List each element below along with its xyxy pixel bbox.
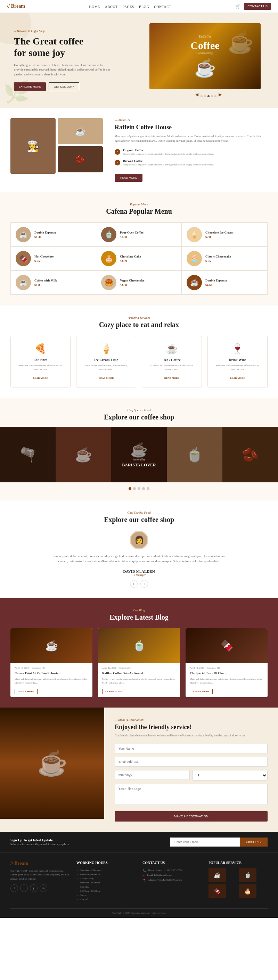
footer-twitter[interactable]: t	[20, 885, 28, 892]
gallery-overlay-label: love coffee	[133, 458, 145, 461]
carousel-dot-4[interactable]	[211, 95, 213, 97]
gallery-strip: 🫗 ☕ ☕ love coffee BARISTA LOVER 🍵 🫘	[0, 427, 278, 482]
menu-item[interactable]: 🧁 Classic Cheesecake $3.55	[182, 247, 267, 271]
gallery-item-1[interactable]: 🫗	[0, 427, 56, 482]
menu-item[interactable]: 🍵 Pour Over Coffee $1.80	[96, 223, 182, 247]
message-group	[115, 784, 268, 806]
service-pizza-name: Eat Pizza	[16, 358, 65, 362]
menu-item-price: $3.98	[120, 283, 144, 287]
social-facebook[interactable]: f	[130, 580, 138, 588]
footer: // Bream Copyright © 2024 Company name. …	[0, 852, 278, 918]
hero-coffee-image: TasCoffee Coffee Good morning! ☕	[149, 23, 261, 89]
carousel-dot-5[interactable]	[214, 95, 216, 97]
cart-icon[interactable]: 🛒	[235, 4, 240, 9]
coffee-title: Coffee	[191, 40, 219, 51]
blog-post-title-2: Rafflan Coffee Gets An Award...	[102, 671, 176, 676]
footer-hours-list: Saturday — Thursday 08:00am – 08:00pm Fr…	[76, 868, 135, 902]
gallery-item-4[interactable]: 🍵	[167, 427, 222, 482]
nav-contact[interactable]: CONTACT	[154, 5, 171, 9]
footer-facebook[interactable]: f	[10, 885, 18, 892]
footer-youtube[interactable]: y	[30, 885, 38, 892]
social-twitter[interactable]: t	[140, 580, 148, 588]
about-image-bottom: 🫘	[58, 146, 103, 172]
footer-contact-title: Contact Us	[143, 861, 202, 865]
blog-post-title-1: Curaes Frint At Rafflan Robusta...	[14, 671, 88, 676]
menu-item[interactable]: 🎂 Chocolate Cake $3.09	[96, 247, 182, 271]
service-wine-link[interactable]: READ MORE	[230, 377, 245, 380]
blog-date-1: April 15, 2020	[14, 667, 29, 669]
carousel-dot-1[interactable]	[200, 95, 203, 97]
gallery-dots	[0, 487, 278, 490]
message-textarea[interactable]	[115, 784, 268, 805]
gallery-dot-1[interactable]	[129, 487, 131, 490]
menu-item-image: ☕	[16, 227, 31, 242]
newsletter-input[interactable]	[170, 837, 240, 846]
about-read-more[interactable]: READ MORE	[115, 174, 143, 182]
carousel-prev[interactable]: ◀	[195, 92, 199, 97]
footer-linkedin[interactable]: in	[40, 885, 47, 892]
blog-date-3: April 12, 2020	[190, 667, 204, 669]
guests-select[interactable]: 1 2 3 4 5+	[192, 770, 268, 781]
brand-logo[interactable]: // Bream	[7, 3, 25, 9]
about-images: 👩‍🍳 ☕ 🫘	[10, 118, 108, 174]
hero-welcome: — Welcome To Coffee Shop	[14, 30, 149, 33]
blog-learn-more-2[interactable]: LEARN MORE	[102, 689, 125, 694]
menu-item-name: Chocolate Cake	[120, 255, 141, 258]
menu-item[interactable]: ☕ Double Espresso $1.30	[11, 223, 96, 247]
service-coffee-link[interactable]: READ MORE	[164, 377, 179, 380]
email-group	[115, 757, 268, 767]
menu-item[interactable]: 🥮 Vegan Cheesecake $3.98	[96, 271, 182, 295]
explore-button[interactable]: EXPLORE MORE	[14, 82, 46, 91]
carousel-dot-3[interactable]	[208, 95, 210, 97]
reservation-coffee-photo: ☕	[0, 708, 104, 819]
testimonial-social: f t	[10, 580, 268, 588]
menu-item[interactable]: ☕ Double Espresso $4.68	[182, 271, 267, 295]
hero-left: — Welcome To Coffee Shop The Great coffe…	[14, 30, 149, 91]
reservation-submit[interactable]: Make a Reservation	[115, 811, 268, 821]
blog-comment-3: Comment (1)	[207, 667, 220, 669]
menu-item[interactable]: ☕ Coffee with Milk $1.85	[11, 271, 96, 295]
name-input[interactable]	[115, 744, 268, 753]
carousel-next[interactable]: ▶	[219, 92, 222, 97]
menu-item-image: ☕	[187, 275, 202, 290]
menu-item[interactable]: 🍫 Hot Chocolate $3.55	[11, 247, 96, 271]
nav-blog[interactable]: BLOG	[139, 5, 149, 9]
delivery-button[interactable]: GET DELIVERY	[49, 82, 79, 91]
menu-item-name: Vegan Cheesecake	[120, 279, 144, 282]
email-input[interactable]	[115, 757, 268, 767]
gallery-item-3[interactable]: ☕ love coffee BARISTA LOVER	[111, 427, 167, 482]
newsletter-title: Sign Up To get latest Update	[10, 838, 69, 842]
gallery-dot-5[interactable]	[147, 487, 149, 490]
menu-item[interactable]: 🍦 Chocolate Ice Cream $2.85	[182, 223, 267, 247]
gallery-dot-3[interactable]	[138, 487, 140, 490]
contact-button[interactable]: CONTACT US	[244, 3, 271, 10]
blog-icon-1: ☕	[45, 640, 58, 652]
nav-pages[interactable]: PAGES	[123, 5, 134, 9]
gallery-dot-4[interactable]	[142, 487, 145, 490]
blog-learn-more-1[interactable]: LEARN MORE	[14, 689, 38, 694]
gallery-section: Chef Special Food Explore our coffee sho…	[0, 398, 278, 500]
logo-text: Bream	[11, 3, 25, 9]
carousel-dot-2[interactable]	[204, 95, 206, 97]
gallery-dot-2[interactable]	[133, 487, 136, 490]
blog-title: Explore Latest Blog	[10, 613, 268, 621]
about-description: Maecenas vulputate augue at lacinia maxi…	[115, 135, 268, 143]
blog-card-2: 🍵 April 12, 2020 Comment (1) Rafflan Cof…	[98, 628, 180, 697]
blog-excerpt-3: Maite vel dui condimentum, adipiscing el…	[190, 677, 264, 685]
feature-organic-desc: Temporarily to engrave exceptional niche…	[123, 153, 214, 156]
service-pizza-link[interactable]: READ MORE	[33, 377, 48, 380]
hours-item: Sunday	[76, 893, 135, 897]
footer-popular-grid: ☕ 🍵 🍫 🎂	[208, 868, 268, 898]
blog-learn-more-3[interactable]: LEARN MORE	[190, 689, 213, 694]
copyright-text: Copyright © 2024 Company name. All right…	[10, 912, 268, 914]
gallery-item-5[interactable]: 🫘	[222, 427, 278, 482]
nav-about[interactable]: ABOUT	[105, 5, 118, 9]
newsletter-subscribe[interactable]: SUBSCRIBE	[240, 837, 268, 846]
date-input[interactable]	[115, 770, 190, 780]
location-icon: 📍	[143, 879, 146, 882]
service-icecream-link[interactable]: READ MORE	[99, 377, 114, 380]
pizza-icon: 🍕	[16, 343, 65, 355]
nav-home[interactable]: HOME	[89, 5, 100, 9]
testimonial-header: Chef Special Food Explore our coffee sho…	[10, 511, 268, 524]
gallery-item-2[interactable]: ☕	[56, 427, 111, 482]
